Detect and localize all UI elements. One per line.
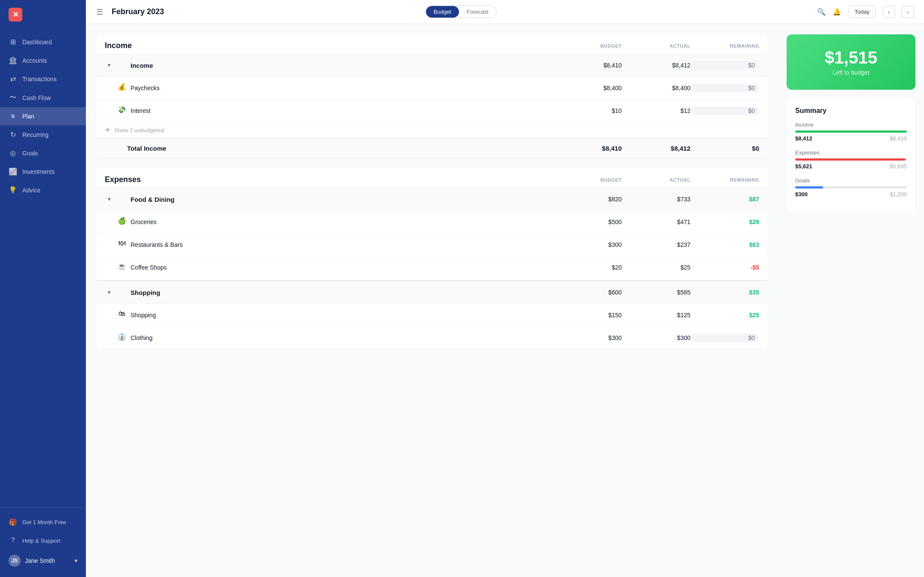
total-income-row: Total Income $8,410 $8,412 $0 [96,138,768,158]
expand-shopping-item [105,311,113,319]
summary-expenses: Expenses $5,621 $5,695 [795,149,907,170]
sidebar-item-label: Accounts [22,57,47,64]
forecast-toggle-button[interactable]: Forecast [459,6,496,18]
summary-goals-budget: $1,200 [890,191,907,197]
clothing-icon: 👔 [117,333,127,343]
view-toggle: Budget Forecast [426,6,497,18]
chevron-down-icon: ▾ [75,558,77,564]
income-group-remaining-badge: $0 [690,61,759,70]
prev-month-button[interactable]: ‹ [883,6,895,18]
sidebar-item-transactions[interactable]: ⇄ Transactions [0,70,86,88]
coffee-remaining: -$5 [690,264,759,271]
sidebar-item-help-support[interactable]: ? Help & Support [0,531,86,550]
groceries-actual: $471 [622,219,690,225]
summary-card: Summary Income $8,412 $8,410 Expenses [787,98,915,214]
sidebar-item-recurring[interactable]: ↻ Recurring [0,125,86,144]
food-dining-budget: $820 [553,196,622,203]
budget-toggle-button[interactable]: Budget [426,6,459,18]
interest-actual: $12 [622,107,690,114]
interest-remaining-badge: $0 [690,106,759,115]
restaurants-name: Restaurants & Bars [131,241,553,248]
summary-goals-values: $300 $1,200 [795,191,907,197]
goals-icon: ◎ [9,149,17,157]
main-content: ☰ February 2023 Budget Forecast 🔍 🔔 Toda… [86,0,924,577]
sidebar-item-goals[interactable]: ◎ Goals [0,144,86,162]
coffee-name: Coffee Shops [131,264,553,271]
summary-expenses-actual: $5,621 [795,163,812,170]
sidebar-item-cashflow[interactable]: 〜 Cash Flow [0,88,86,107]
groceries-name: Groceries [131,219,553,225]
income-section: Income BUDGET ACTUAL REMAINING ▾ Income … [96,34,768,158]
expand-groceries [105,218,113,226]
groceries-remaining: $29 [690,219,759,225]
dashboard-icon: ⊞ [9,38,17,46]
sidebar-item-investments[interactable]: 📈 Investments [0,162,86,181]
sidebar-item-advice[interactable]: 💡 Advice [0,181,86,199]
today-button[interactable]: Today [848,6,876,18]
budget-area: Income BUDGET ACTUAL REMAINING ▾ Income … [86,24,778,577]
paychecks-remaining: $0 [690,84,759,92]
expand-income-group[interactable]: ▾ [105,61,113,70]
sidebar-item-accounts[interactable]: 🏦 Accounts [0,51,86,70]
sidebar-item-plan[interactable]: ≡ Plan [0,107,86,125]
total-income-budget: $8,410 [553,145,622,152]
search-icon[interactable]: 🔍 [817,8,826,16]
food-dining-group-name: Food & Dining [131,196,553,203]
sidebar-item-label: Goals [22,150,38,157]
advice-icon: 💡 [9,186,17,194]
expand-shopping-group[interactable]: ▾ [105,288,113,297]
clothing-name: Clothing [131,334,553,341]
shopping-item-budget: $150 [553,312,622,319]
income-group-name: Income [131,62,553,69]
summary-expenses-progress-track [795,158,907,161]
interest-budget: $10 [553,107,622,114]
shopping-group-row: ▾ Shopping $600 $565 $35 [96,280,768,304]
expenses-section-title: Expenses [105,175,553,184]
forecast-amount: $1,515 [797,48,905,67]
notification-icon[interactable]: 🔔 [833,8,841,16]
expenses-section: Expenses BUDGET ACTUAL REMAINING ▾ Food … [96,168,768,349]
summary-expenses-progress-fill [795,158,906,161]
clothing-budget: $300 [553,334,622,341]
income-section-header: Income BUDGET ACTUAL REMAINING [96,34,768,54]
right-panel: $1,515 Left to budget Summary Income $8,… [778,24,924,577]
investments-icon: 📈 [9,167,17,176]
shopping-group-budget: $600 [553,289,622,296]
summary-income: Income $8,412 $8,410 [795,121,907,142]
summary-goals-label: Goals [795,177,907,184]
cashflow-icon: 〜 [9,93,17,102]
page-title: February 2023 [112,7,419,16]
sidebar-item-get-month-free[interactable]: 🎁 Get 1 Month Free [0,513,86,531]
shopping-group-actual: $565 [622,289,690,296]
interest-name: Interest [131,107,553,114]
total-income-actual: $8,412 [622,145,690,152]
restaurants-icon: 🍽 [117,240,127,250]
clothing-remaining-badge: $0 [690,334,759,342]
shopping-group-name: Shopping [131,289,553,296]
sidebar-item-label: Plan [22,113,34,120]
logo-area: ✕ [0,0,86,29]
transactions-icon: ⇄ [9,75,17,83]
summary-income-progress-track [795,131,907,133]
sidebar: ✕ ⊞ Dashboard 🏦 Accounts ⇄ Transactions … [0,0,86,577]
show-unbudgeted[interactable]: 👁 Show 2 unbudgeted [96,122,768,138]
coffee-actual: $25 [622,264,690,271]
income-actual-col-header: ACTUAL [622,43,690,49]
menu-icon[interactable]: ☰ [96,7,103,17]
sidebar-item-label: Recurring [22,131,49,138]
summary-income-label: Income [795,121,907,128]
summary-income-budget: $8,410 [890,135,907,142]
summary-income-actual: $8,412 [795,135,812,142]
income-group-actual: $8,412 [622,62,690,69]
groceries-budget: $500 [553,219,622,225]
accounts-icon: 🏦 [9,56,17,64]
next-month-button[interactable]: › [902,6,914,18]
sidebar-item-label: Investments [22,168,55,175]
interest-row: 💸 Interest $10 $12 $0 [96,99,768,122]
summary-goals-progress-track [795,186,907,188]
user-profile[interactable]: JS Jane Smith ▾ [0,550,86,572]
summary-income-values: $8,412 $8,410 [795,135,907,142]
expand-food-dining[interactable]: ▾ [105,195,113,203]
sidebar-item-dashboard[interactable]: ⊞ Dashboard [0,33,86,51]
sidebar-item-label: Dashboard [22,39,52,46]
